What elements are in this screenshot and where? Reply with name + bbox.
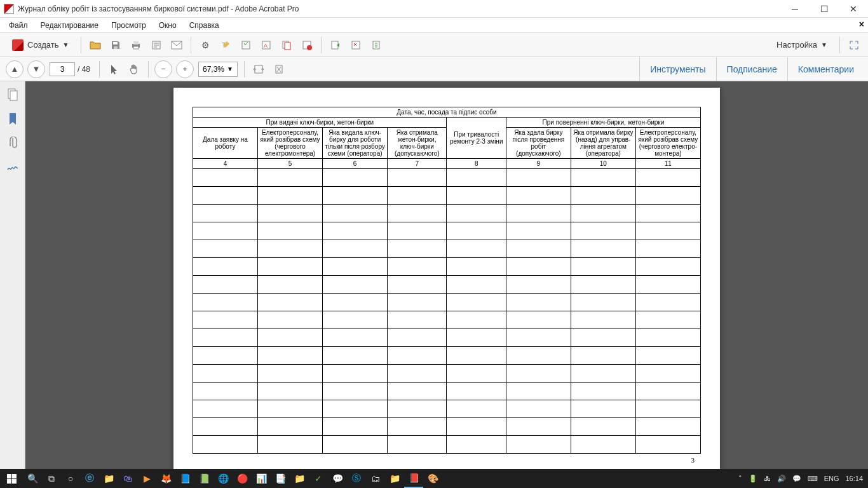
table-col-7: Яка отримала жетон-бирки, ключ-бирки (до… <box>388 128 447 159</box>
svg-text:A: A <box>264 43 268 49</box>
menu-help[interactable]: Справка <box>183 19 226 32</box>
menu-view[interactable]: Просмотр <box>105 19 153 32</box>
zoom-in-button[interactable]: + <box>176 60 194 78</box>
menu-edit[interactable]: Редактирование <box>34 19 105 32</box>
taskbar-app[interactable]: Ⓢ <box>347 469 366 488</box>
menu-bar: Файл Редактирование Просмотр Окно Справк… <box>0 18 868 33</box>
tray-chevron-up-icon[interactable]: ˄ <box>738 475 742 483</box>
taskbar-app[interactable]: 🎨 <box>423 469 442 488</box>
taskbar-app-active[interactable]: 📕 <box>404 469 423 488</box>
start-button[interactable] <box>0 469 23 488</box>
open-icon[interactable] <box>86 36 104 54</box>
create-button[interactable]: Создать ▼ <box>5 36 76 54</box>
system-tray: ˄ 🔋 🖧 🔊 💬 ⌨ ENG 16:14 <box>738 475 868 483</box>
index-icon[interactable] <box>367 36 385 54</box>
taskbar-app[interactable]: 🌐 <box>214 469 233 488</box>
attachments-icon[interactable] <box>6 136 20 150</box>
tray-volume-icon[interactable]: 🔊 <box>777 475 786 483</box>
sign-panel-link[interactable]: Подписание <box>716 57 787 81</box>
table-num-7: 7 <box>388 159 447 169</box>
table-row <box>193 365 701 383</box>
edit-text-icon[interactable] <box>147 36 165 54</box>
window-title: Журнал обліку робіт із застосуванням бир… <box>18 4 780 13</box>
tools-panel-link[interactable]: Инструменты <box>639 57 715 81</box>
table-col-8: При тривалості ремонту 2-3 зміни <box>447 118 506 159</box>
taskbar-app[interactable]: 📁 <box>290 469 309 488</box>
page-number-label: 3 <box>691 456 695 464</box>
minimize-button[interactable]: ─ <box>780 0 810 18</box>
customize-button[interactable]: Настройка ▼ <box>770 36 834 54</box>
taskbar-app[interactable]: 🦊 <box>156 469 175 488</box>
table-row <box>193 276 701 294</box>
table-row <box>193 400 701 418</box>
zoom-dropdown[interactable]: 67,3% ▼ <box>198 62 238 77</box>
fit-width-icon[interactable] <box>250 60 268 78</box>
text-edit-icon[interactable]: T <box>217 36 234 54</box>
action-wizard-icon[interactable] <box>347 36 365 54</box>
export-icon[interactable] <box>327 36 344 54</box>
comments-panel-link[interactable]: Комментарии <box>787 57 864 81</box>
zoom-out-button[interactable]: − <box>154 60 172 78</box>
taskbar-app[interactable]: 🔴 <box>233 469 252 488</box>
select-tool-icon[interactable] <box>105 60 123 78</box>
hand-tool-icon[interactable] <box>125 60 143 78</box>
page-thumbnails-icon[interactable] <box>6 88 20 102</box>
page-total-label: / 48 <box>78 65 90 74</box>
chevron-down-icon: ▼ <box>227 65 233 72</box>
print-icon[interactable] <box>127 36 145 54</box>
taskbar-app[interactable]: 📑 <box>271 469 290 488</box>
maximize-button[interactable]: ☐ <box>810 0 839 18</box>
signatures-icon[interactable] <box>6 160 20 174</box>
taskbar-app[interactable]: 📁 <box>99 469 118 488</box>
zoom-value: 67,3% <box>203 65 224 74</box>
gear-icon[interactable]: ⚙ <box>196 36 214 54</box>
tray-battery-icon[interactable]: 🔋 <box>749 475 757 483</box>
stamp-icon[interactable]: A <box>257 36 275 54</box>
tray-keyboard-icon[interactable]: ⌨ <box>808 475 818 483</box>
chevron-down-icon: ▼ <box>821 41 827 48</box>
taskbar-app[interactable]: 🛍 <box>118 469 137 488</box>
redact-icon[interactable] <box>298 36 316 54</box>
taskbar-app[interactable]: 📊 <box>252 469 271 488</box>
table-col-5: Електроперсоналу, який розібрав схему (ч… <box>257 128 322 159</box>
task-view-icon[interactable]: ⧉ <box>42 469 61 488</box>
fit-page-icon[interactable] <box>270 60 288 78</box>
fullscreen-icon[interactable] <box>845 36 863 54</box>
close-button[interactable]: ✕ <box>839 0 868 18</box>
taskbar-app[interactable]: 💬 <box>328 469 347 488</box>
toolbar-separator <box>81 37 81 53</box>
taskbar-app[interactable]: ✓ <box>309 469 328 488</box>
svg-rect-4 <box>133 46 139 49</box>
menu-window[interactable]: Окно <box>153 19 183 32</box>
taskbar-app[interactable]: ▶ <box>137 469 156 488</box>
menu-close-icon[interactable]: × <box>859 19 864 29</box>
taskbar-app[interactable]: 📘 <box>175 469 194 488</box>
cortana-icon[interactable]: ○ <box>61 469 80 488</box>
next-page-button[interactable]: ▼ <box>27 60 45 78</box>
toolbar-navigation: ▲ ▼ / 48 − + 67,3% ▼ Инструменты Подписа… <box>0 57 868 81</box>
save-icon[interactable] <box>107 36 125 54</box>
menu-file[interactable]: Файл <box>3 19 34 32</box>
bookmark-icon[interactable] <box>6 112 20 126</box>
tray-notifications-icon[interactable]: 💬 <box>792 475 801 483</box>
combine-icon[interactable] <box>278 36 295 54</box>
taskbar-app[interactable]: 📁 <box>385 469 404 488</box>
tray-language[interactable]: ENG <box>824 475 839 482</box>
pdf-icon <box>12 39 24 51</box>
table-group-issue: При видачі ключ-бирки, жетон-бирки <box>193 118 447 128</box>
search-icon[interactable]: 🔍 <box>23 469 42 488</box>
table-row <box>193 436 701 454</box>
tray-network-icon[interactable]: 🖧 <box>764 475 771 482</box>
page-number-input[interactable] <box>50 62 75 76</box>
email-icon[interactable] <box>168 36 186 54</box>
taskbar-app[interactable]: 📗 <box>194 469 214 488</box>
taskbar-app[interactable]: 🗂 <box>366 469 385 488</box>
prev-page-button[interactable]: ▲ <box>6 60 24 78</box>
table-row <box>193 187 701 205</box>
form-icon[interactable] <box>237 36 255 54</box>
taskbar-app[interactable]: ⓔ <box>80 469 99 488</box>
table-num-11: 11 <box>635 159 700 169</box>
tray-clock[interactable]: 16:14 <box>845 475 863 482</box>
document-area[interactable]: Дата, час, посада та підпис особи При ви… <box>25 81 868 469</box>
title-bar: Журнал обліку робіт із застосуванням бир… <box>0 0 868 18</box>
